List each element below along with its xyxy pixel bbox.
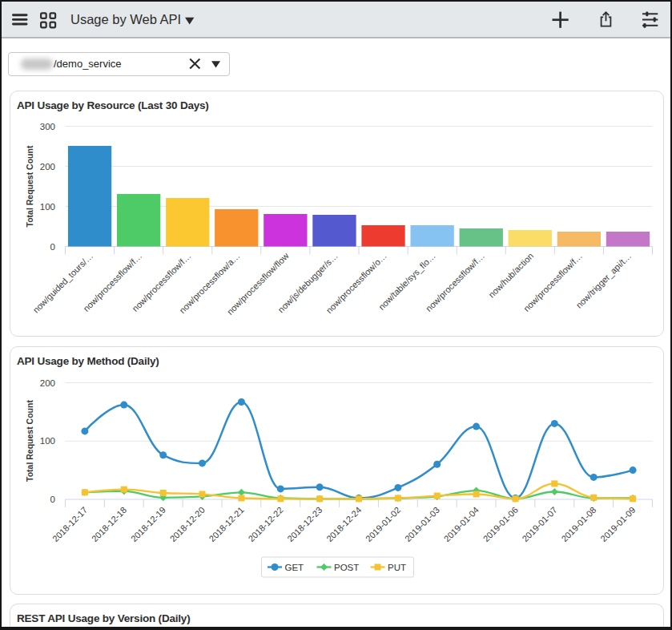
svg-text:2019-01-09: 2019-01-09 — [598, 505, 637, 543]
svg-text:2019-01-03: 2019-01-03 — [402, 505, 441, 543]
svg-text:100: 100 — [39, 436, 54, 446]
svg-text:2019-01-02: 2019-01-02 — [364, 505, 402, 543]
svg-text:2018-12-20: 2018-12-20 — [167, 505, 206, 543]
svg-text:2018-12-18: 2018-12-18 — [89, 505, 127, 543]
svg-text:2019-01-08: 2019-01-08 — [559, 505, 598, 543]
svg-text:GET: GET — [284, 563, 304, 572]
svg-text:Total Request Count: Total Request Count — [25, 400, 34, 482]
svg-text:2018-12-23: 2018-12-23 — [285, 505, 324, 543]
svg-text:2018-12-22: 2018-12-22 — [246, 505, 284, 543]
svg-text:2018-12-24: 2018-12-24 — [324, 505, 363, 543]
svg-text:0: 0 — [50, 242, 54, 252]
svg-text:Total Request Count: Total Request Count — [25, 145, 34, 227]
svg-text:2019-01-07: 2019-01-07 — [520, 505, 558, 543]
svg-text:300: 300 — [39, 122, 54, 131]
svg-text:now/hub/action: now/hub/action — [486, 251, 535, 300]
svg-text:2018-12-19: 2018-12-19 — [128, 505, 167, 543]
svg-text:2018-12-17: 2018-12-17 — [50, 505, 89, 543]
svg-text:200: 200 — [39, 378, 54, 388]
svg-text:2019-01-06: 2019-01-06 — [481, 505, 519, 543]
svg-text:now/trigger_api/t…: now/trigger_api/t… — [573, 251, 633, 310]
svg-text:PUT: PUT — [388, 563, 406, 572]
svg-text:0: 0 — [50, 495, 54, 504]
svg-text:100: 100 — [39, 202, 54, 212]
svg-text:2018-12-21: 2018-12-21 — [207, 505, 245, 543]
svg-text:2019-01-04: 2019-01-04 — [441, 505, 480, 543]
svg-text:200: 200 — [39, 162, 54, 172]
svg-text:POST: POST — [334, 563, 359, 572]
